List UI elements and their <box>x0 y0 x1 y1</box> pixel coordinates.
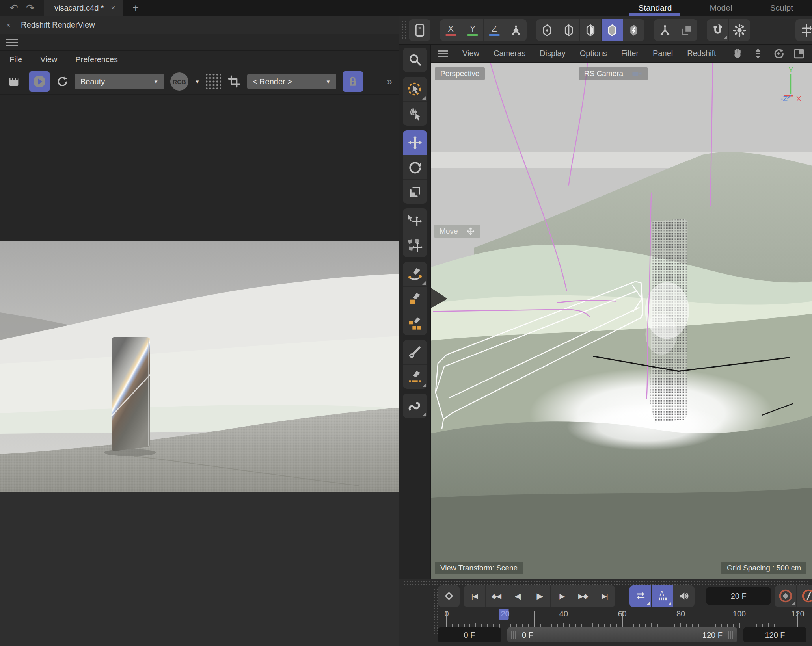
lock-z-axis-button[interactable]: Z <box>483 19 505 41</box>
hamburger-icon[interactable] <box>6 39 18 46</box>
spline-smooth-tool[interactable] <box>403 394 427 418</box>
quantize-button[interactable] <box>795 19 812 41</box>
ruler-label: 120 <box>791 609 804 618</box>
document-tab[interactable]: visacard.c4d * × <box>44 0 123 16</box>
record-options-button[interactable] <box>796 585 812 607</box>
camera-label[interactable]: RS Camera <box>579 67 648 80</box>
menu-view[interactable]: View <box>40 55 57 64</box>
new-tab-button[interactable]: + <box>123 0 148 16</box>
next-frame-button[interactable]: |▶ <box>550 585 572 607</box>
rectangle-spline-tool[interactable] <box>403 286 427 311</box>
paint-brush-tool[interactable] <box>403 340 427 364</box>
pan-view-icon[interactable] <box>732 48 743 59</box>
vp-menu-cameras[interactable]: Cameras <box>494 49 525 58</box>
menu-preferences[interactable]: Preferences <box>75 55 118 64</box>
live-selection-tool[interactable] <box>403 77 427 101</box>
record-group <box>775 585 812 607</box>
coordinate-system-button[interactable] <box>505 19 527 41</box>
toolbar-overflow-icon[interactable]: » <box>387 76 394 87</box>
transform-group <box>403 130 427 204</box>
timeline-grip[interactable] <box>403 580 808 585</box>
lock-y-axis-button[interactable]: Y <box>462 19 483 41</box>
snapshot-icon[interactable] <box>5 71 23 92</box>
close-panel-icon[interactable]: × <box>6 21 11 30</box>
start-render-button[interactable] <box>29 71 50 92</box>
range-start-field[interactable]: 0 F <box>438 627 501 642</box>
viewport-canvas[interactable]: Perspective RS Camera Y -Z X <box>431 63 812 579</box>
viewport-hamburger-icon[interactable] <box>438 50 448 57</box>
channel-dropdown-icon[interactable]: ▼ <box>195 79 200 85</box>
redo-icon[interactable]: ↷ <box>26 2 35 14</box>
tab-standard[interactable]: Standard <box>619 0 691 16</box>
transform-tool[interactable] <box>403 208 427 233</box>
x-axis-underline <box>445 34 456 36</box>
undo-icon[interactable]: ↶ <box>9 2 18 14</box>
range-slider-left-grip[interactable] <box>511 631 516 639</box>
texture-mode-button[interactable] <box>623 19 644 41</box>
snap-settings-button[interactable] <box>728 19 750 41</box>
range-slider-right-grip[interactable] <box>728 631 733 639</box>
vp-menu-display[interactable]: Display <box>540 49 566 58</box>
loop-toggle-button[interactable] <box>629 585 651 607</box>
multi-move-tool[interactable] <box>403 233 427 257</box>
vp-menu-options[interactable]: Options <box>580 49 607 58</box>
channel-button[interactable]: RGB <box>170 72 188 91</box>
previous-frame-button[interactable]: ◀| <box>507 585 529 607</box>
ruler-label-current: 20 <box>501 609 509 618</box>
timeline-side-grip[interactable] <box>433 588 438 635</box>
snap-toggle-button[interactable] <box>707 19 728 41</box>
object-axis-button[interactable] <box>409 19 430 41</box>
points-mode-button[interactable] <box>536 19 558 41</box>
record-keyframe-button[interactable] <box>775 585 796 607</box>
toolbar-grip[interactable] <box>401 20 406 40</box>
vp-menu-panel[interactable]: Panel <box>653 49 673 58</box>
close-tab-icon[interactable]: × <box>111 4 115 12</box>
snapshot-dropdown[interactable]: < Render > ▼ <box>247 74 336 89</box>
vp-menu-filter[interactable]: Filter <box>621 49 639 58</box>
crop-icon[interactable] <box>227 75 241 88</box>
orbit-view-icon[interactable] <box>773 48 784 59</box>
tweak-tool[interactable] <box>403 101 427 126</box>
enable-axis-button[interactable] <box>654 19 676 41</box>
play-button[interactable]: ▶ <box>529 585 550 607</box>
y-axis-underline <box>467 34 478 36</box>
range-slider[interactable]: 0 F 120 F <box>507 627 737 642</box>
lock-render-button[interactable] <box>343 71 363 92</box>
tab-sculpt[interactable]: Sculpt <box>751 0 812 16</box>
polygons-mode-button[interactable] <box>579 19 601 41</box>
current-frame-field[interactable]: 20 F <box>706 587 771 605</box>
next-key-button[interactable]: ▶◆ <box>572 585 594 607</box>
autokey-button[interactable]: A <box>651 585 673 607</box>
move-tool[interactable] <box>403 130 427 155</box>
edges-mode-button[interactable] <box>558 19 579 41</box>
pixel-grid-icon[interactable] <box>206 74 221 89</box>
toggle-views-icon[interactable] <box>793 48 805 59</box>
vp-menu-redshift[interactable]: Redshift <box>687 49 716 58</box>
sound-toggle-button[interactable] <box>673 585 695 607</box>
model-mode-button[interactable] <box>601 19 623 41</box>
viewport-search-button[interactable] <box>403 48 427 72</box>
dolly-view-icon[interactable] <box>752 48 764 59</box>
workplane-button[interactable] <box>676 19 697 41</box>
tab-model[interactable]: Model <box>691 0 751 16</box>
range-end-field[interactable]: 120 F <box>743 627 806 642</box>
goto-end-button[interactable]: ▶| <box>594 585 615 607</box>
tool-tag[interactable]: Move <box>434 225 480 238</box>
keyframe-diamond-button[interactable] <box>438 585 460 607</box>
scale-tool[interactable] <box>403 179 427 204</box>
lock-x-axis-button[interactable]: X <box>440 19 462 41</box>
renderview-burger-row <box>0 34 399 51</box>
axis-workplane-group <box>654 19 697 41</box>
render-pass-dropdown[interactable]: Beauty ▼ <box>75 74 164 89</box>
menu-file[interactable]: File <box>9 55 22 64</box>
polygon-pen-tool[interactable] <box>403 311 427 335</box>
spline-pen-tool[interactable] <box>403 262 427 286</box>
projection-label[interactable]: Perspective <box>435 67 485 80</box>
rotate-tool[interactable] <box>403 155 427 179</box>
restart-render-icon[interactable] <box>56 75 69 88</box>
goto-start-button[interactable]: |◀ <box>464 585 485 607</box>
vp-menu-view[interactable]: View <box>462 49 479 58</box>
previous-key-button[interactable]: ◆◀ <box>485 585 507 607</box>
sketch-spline-tool[interactable] <box>403 364 427 389</box>
move-icon <box>466 227 475 236</box>
